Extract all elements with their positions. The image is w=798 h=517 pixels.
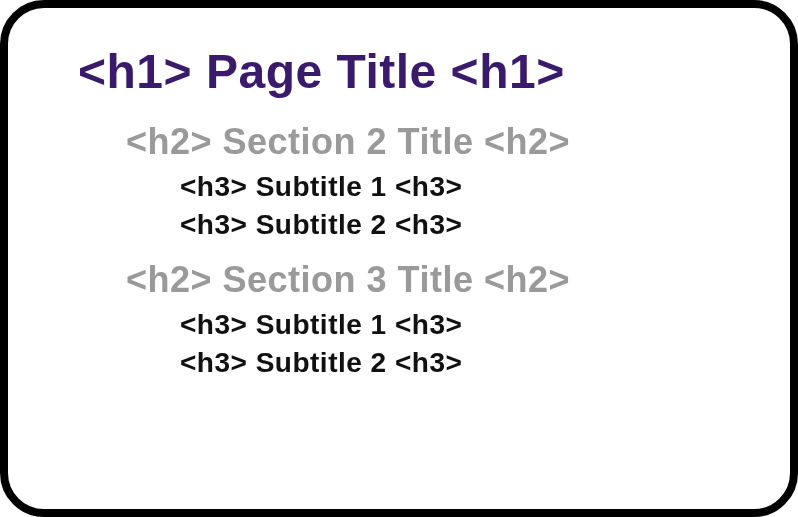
section-block-2: <h2> Section 3 Title <h2> <h3> Subtitle … (68, 259, 730, 379)
heading-hierarchy-card: <h1> Page Title <h1> <h2> Section 2 Titl… (0, 0, 798, 517)
h3-example: <h3> Subtitle 1 <h3> (180, 171, 730, 203)
h1-example: <h1> Page Title <h1> (78, 44, 730, 99)
h2-example: <h2> Section 2 Title <h2> (126, 121, 730, 163)
h3-example: <h3> Subtitle 2 <h3> (180, 347, 730, 379)
h3-example: <h3> Subtitle 1 <h3> (180, 309, 730, 341)
h2-example: <h2> Section 3 Title <h2> (126, 259, 730, 301)
h3-example: <h3> Subtitle 2 <h3> (180, 209, 730, 241)
section-block-1: <h2> Section 2 Title <h2> <h3> Subtitle … (68, 121, 730, 241)
